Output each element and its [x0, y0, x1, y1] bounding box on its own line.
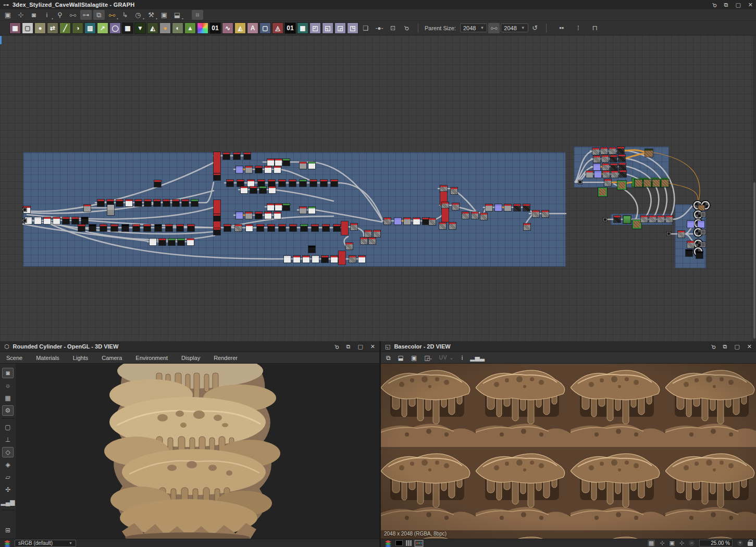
graph-node[interactable] — [268, 180, 275, 187]
graph-node[interactable] — [144, 200, 151, 206]
graph-node[interactable] — [154, 180, 161, 187]
align-vertical-icon[interactable]: ⁞ — [573, 23, 584, 33]
graph-node[interactable] — [235, 225, 242, 231]
graph-node[interactable] — [274, 166, 281, 173]
graph-node[interactable] — [698, 221, 704, 228]
graph-node[interactable] — [614, 216, 621, 222]
graph-node[interactable] — [601, 147, 608, 154]
graph-node[interactable] — [514, 204, 520, 211]
graph-node[interactable] — [701, 212, 705, 217]
link-sizes-icon[interactable]: ⧟ — [488, 23, 500, 33]
graph-node[interactable] — [611, 171, 618, 178]
graph-node[interactable] — [283, 159, 290, 166]
graph-node[interactable] — [177, 225, 183, 231]
spline-node-icon[interactable]: ∿ — [222, 22, 233, 34]
graph-node[interactable] — [365, 230, 371, 237]
graph-node[interactable] — [643, 179, 651, 187]
graph-node[interactable] — [247, 180, 254, 187]
duplicate-view-icon[interactable]: ⧉ — [386, 354, 391, 362]
graph-node[interactable] — [259, 187, 266, 193]
graph-node[interactable] — [187, 239, 194, 245]
graph-node[interactable] — [312, 225, 318, 231]
menu-renderer[interactable]: Renderer — [214, 355, 238, 361]
graph-node[interactable] — [619, 163, 626, 170]
graph-node[interactable] — [504, 204, 511, 211]
graph-node[interactable] — [116, 200, 123, 206]
graph-node[interactable] — [351, 223, 357, 230]
lock-icon[interactable] — [748, 542, 753, 546]
graph-node[interactable] — [257, 225, 264, 231]
graph-node[interactable] — [486, 204, 492, 211]
graph-node[interactable] — [289, 180, 296, 187]
graph-node[interactable] — [97, 200, 104, 206]
pin-icon[interactable]: ⚲ — [398, 19, 415, 36]
menu-lights[interactable]: Lights — [73, 355, 88, 361]
comment-icon[interactable]: ❑ — [360, 22, 372, 34]
info-icon[interactable]: i — [462, 354, 463, 362]
graph-node[interactable] — [592, 148, 599, 155]
graph-node[interactable] — [214, 173, 220, 180]
select-tool-icon[interactable]: ▣ — [2, 10, 14, 20]
graph-node[interactable] — [233, 153, 240, 159]
graph-node[interactable] — [78, 225, 85, 231]
graph-node[interactable] — [339, 251, 345, 265]
graph-node[interactable] — [214, 214, 220, 221]
graph-node[interactable] — [214, 152, 220, 173]
elbow-connection-icon[interactable]: ↳ — [119, 10, 131, 20]
graph-node[interactable] — [451, 188, 457, 194]
graph-node[interactable] — [111, 225, 118, 231]
graph-node[interactable] — [641, 216, 648, 222]
copy-image-icon[interactable]: ▣ — [411, 354, 417, 362]
graph-node[interactable] — [150, 239, 156, 245]
layers-icon[interactable] — [384, 540, 392, 547]
graph-node[interactable] — [687, 241, 694, 248]
graph-node[interactable] — [321, 256, 328, 263]
timer-icon[interactable]: ◷▾ — [132, 10, 144, 20]
graph-node[interactable] — [645, 149, 653, 157]
graph-node[interactable] — [279, 225, 286, 231]
graph-node[interactable] — [452, 203, 459, 210]
graph-node[interactable] — [279, 180, 286, 187]
reset-size-icon[interactable]: ↺ — [529, 23, 541, 33]
graph-node[interactable] — [172, 200, 179, 206]
graph-node[interactable] — [331, 256, 338, 263]
graph-node[interactable] — [310, 180, 317, 187]
save-image-icon[interactable]: ⬓ — [398, 354, 404, 362]
tile-sampler-node-icon[interactable]: ▦ — [122, 22, 133, 34]
blur-node-icon[interactable]: ● — [34, 22, 46, 34]
graph-node[interactable] — [268, 225, 275, 231]
shape-node-icon[interactable]: ◯ — [109, 22, 121, 34]
graph-node[interactable] — [658, 216, 664, 222]
uv-box-icon[interactable]: ▢ — [2, 422, 14, 432]
graph-node[interactable] — [384, 218, 391, 225]
graph-node[interactable] — [308, 246, 315, 253]
graph-node[interactable] — [237, 180, 244, 187]
turbine-icon[interactable]: ✣ — [2, 484, 14, 495]
graph-node[interactable] — [274, 212, 281, 219]
grid-snap-icon[interactable]: ⌗ — [192, 10, 203, 20]
graph-node[interactable] — [439, 222, 446, 229]
tiling-grid-icon[interactable]: ▦ — [648, 540, 655, 546]
graph-node[interactable] — [652, 179, 660, 187]
graph-node[interactable] — [617, 181, 626, 190]
graph-node[interactable] — [34, 217, 41, 224]
crop-node-icon[interactable]: ▢ — [259, 22, 271, 34]
flood-fill-node-icon[interactable]: ◬ — [272, 22, 283, 34]
close-icon[interactable]: ✕ — [370, 343, 375, 350]
pointer-info-icon[interactable]: ⊹ — [660, 540, 664, 546]
graph-node[interactable] — [333, 225, 340, 231]
graph-node[interactable] — [602, 164, 609, 170]
tools-icon[interactable]: ⚒▾ — [145, 10, 157, 20]
maximize-icon[interactable]: ▢ — [735, 2, 740, 8]
view3d-viewport[interactable] — [16, 364, 379, 539]
pin-node-icon[interactable]: -●- — [373, 22, 386, 34]
graph-node[interactable] — [100, 225, 107, 231]
graph-node[interactable] — [374, 230, 380, 237]
edge-detect-node-icon[interactable]: ◱ — [322, 22, 333, 34]
pan-view-icon[interactable]: ⊹ — [679, 540, 684, 546]
graph-node[interactable] — [154, 200, 160, 206]
graph-node[interactable] — [602, 155, 609, 162]
graph-node[interactable] — [236, 166, 243, 173]
maximize-icon[interactable]: ▢ — [734, 343, 739, 350]
parent-width-select[interactable]: 2048▼ — [460, 23, 487, 32]
